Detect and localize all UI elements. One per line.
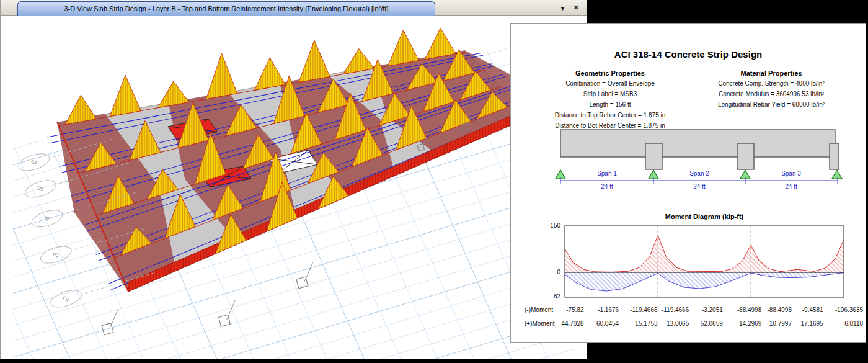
moment-table-cell: 6.8118 (823, 320, 863, 327)
material-properties-heading: Material Properties (678, 69, 864, 77)
svg-text:2: 2 (61, 295, 71, 303)
3d-view-window: 3-D View Slab Strip Design - Layer B - T… (0, 0, 587, 359)
y-axis-tick: 0 (538, 269, 560, 276)
svg-text:6: 6 (29, 158, 39, 166)
positive-moment-area (751, 272, 844, 278)
moment-table-cell: 14.2969 (723, 320, 761, 327)
property-line: Length = 156 ft (517, 101, 703, 108)
support-triangle (832, 170, 842, 179)
column-support-symbol (102, 309, 118, 335)
window-border (0, 0, 1, 359)
moment-table-cell: 17.1695 (792, 320, 823, 327)
property-line: Concrete Modulus = 3604996.53 lb/in² (678, 91, 864, 97)
moment-table-row: (+)Moment44.702860.045415.175313.006552.… (523, 316, 863, 330)
column-stub (830, 143, 839, 169)
moment-table-cell: 44.7028 (557, 320, 584, 327)
moment-table-cell: 52.0659 (689, 320, 723, 327)
slab-model (47, 28, 539, 292)
moment-table-cell: -75.82 (557, 307, 584, 313)
svg-text:4: 4 (42, 215, 52, 223)
moment-table: (-)Moment-75.82-1.1676-119.4666-119.4666… (523, 303, 863, 330)
moment-table-cell: -119.4666 (619, 307, 657, 313)
property-line: Distance to Top Rebar Center = 1.875 in (517, 112, 703, 119)
span-length: 24 ft (675, 183, 724, 190)
moment-table-cell: -1.1676 (584, 307, 619, 313)
span-label: Span 2 (675, 170, 724, 177)
span-length: 24 ft (582, 183, 632, 190)
screen: { "window": { "title": "3-D View Slab St… (0, 0, 868, 363)
moment-table-cell: 13.0065 (658, 320, 689, 327)
moment-table-cell: 15.1753 (619, 320, 657, 327)
moment-table-cell: -88.4998 (723, 307, 761, 313)
column-stub (737, 143, 754, 169)
view-tab[interactable]: 3-D View Slab Strip Design - Layer B - T… (17, 1, 435, 16)
positive-moment-area (658, 272, 751, 289)
moment-table-cell: 60.0454 (584, 320, 619, 327)
svg-text:5: 5 (35, 185, 45, 193)
property-line: Concrete Comp. Strength = 4000 lb/in² (678, 80, 864, 87)
moment-diagram (565, 226, 844, 297)
moment-table-row: (-)Moment-75.82-1.1676-119.4666-119.4666… (523, 303, 863, 316)
property-line: Longitudinal Rebar Yield = 60000 lb/in² (678, 101, 864, 108)
svg-text:3: 3 (51, 251, 61, 259)
span-label: Span 1 (582, 170, 632, 177)
column-support-symbol (219, 300, 236, 326)
report-panel: ACI 318-14 Concrete Strip Design Geometr… (510, 23, 866, 343)
moment-table-cell: -3.2051 (689, 307, 723, 313)
moment-diagram-title: Moment Diagram (kip-ft) (565, 213, 844, 220)
slab-section (560, 130, 835, 157)
column-stub (645, 143, 662, 169)
titlebar: 3-D View Slab Strip Design - Layer B - T… (0, 0, 587, 16)
moment-table-cell: 10.7997 (761, 320, 792, 327)
moment-table-cell: -106.3635 (823, 307, 863, 313)
property-line: Combination = Overall Envelope (517, 80, 703, 87)
property-line: Strip Label = MSB3 (517, 91, 703, 97)
moment-row-label: (+)Moment (523, 320, 557, 327)
moment-row-label: (-)Moment (523, 307, 557, 313)
moment-table-cell: -119.4666 (658, 307, 689, 313)
span-label: Span 3 (766, 170, 816, 177)
dropdown-icon[interactable]: ▼ (560, 4, 565, 14)
window-title: 3-D View Slab Strip Design - Layer B - T… (64, 5, 389, 12)
y-axis-tick: 82 (538, 293, 560, 300)
negative-moment-area (658, 235, 751, 272)
y-axis-tick: -150 (538, 222, 560, 229)
negative-moment-area (751, 240, 844, 272)
negative-moment-area (565, 235, 658, 272)
close-icon[interactable]: ✕ (574, 2, 579, 12)
geometric-properties-heading: Geometric Properties (517, 69, 703, 77)
moment-table-cell: -9.4581 (792, 307, 823, 313)
span-length: 24 ft (766, 183, 816, 190)
positive-moment-area (565, 272, 658, 291)
column-support-symbol (296, 262, 313, 289)
report-title: ACI 318-14 Concrete Strip Design (511, 49, 866, 60)
moment-table-cell: -88.4998 (761, 307, 792, 313)
3d-model-view[interactable]: 23456 (0, 16, 587, 359)
